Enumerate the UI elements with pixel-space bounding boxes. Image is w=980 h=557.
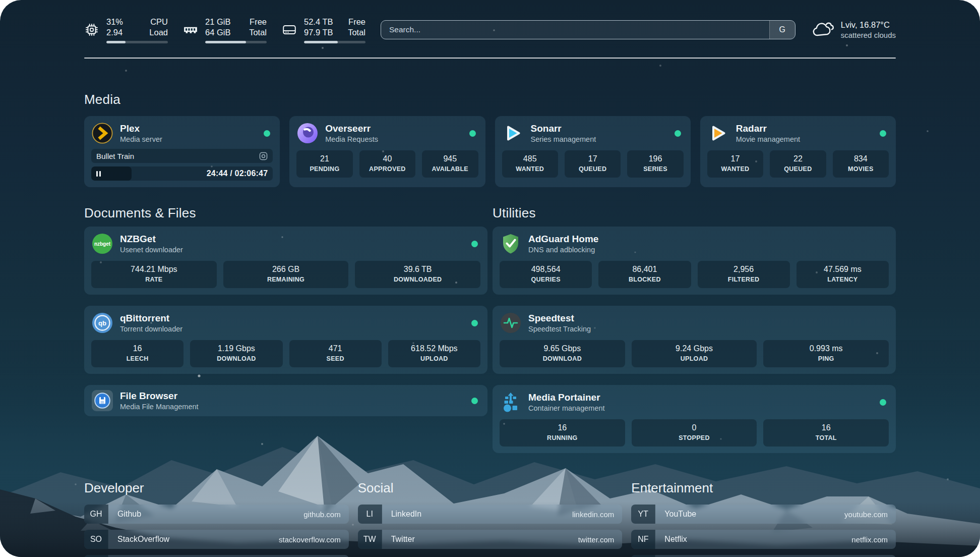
stat-upload: 618.52 MbpsUPLOAD <box>388 340 480 367</box>
adguard-icon <box>500 233 522 255</box>
service-card-header: RadarrMovie management <box>707 122 889 144</box>
metric-disk-readout: 52.4 TBFree97.9 TBTotal <box>304 17 365 43</box>
metric-label: Total <box>249 27 267 38</box>
weather-condition: scattered clouds <box>841 30 896 40</box>
stat-value: 0.993 ms <box>765 344 887 354</box>
service-title: Media Portainer <box>528 392 605 403</box>
bookmark-link-github[interactable]: GHGithubgithub.com <box>84 505 349 524</box>
bookmark-link-youtube[interactable]: YTYouTubeyoutube.com <box>631 505 896 524</box>
documents-card-column: nzbgetNZBGetUsenet downloader744.21 Mbps… <box>84 227 487 416</box>
status-dot-online <box>471 241 478 247</box>
service-card-sonarr[interactable]: SonarrSeries management485WANTED17QUEUED… <box>495 116 691 187</box>
stat-value: 39.6 TB <box>357 264 478 274</box>
bookmark-group-title: Entertainment <box>631 480 896 495</box>
service-card-filebrowser[interactable]: File BrowserMedia File Management <box>84 385 487 416</box>
stat-series: 196SERIES <box>627 150 683 178</box>
dashboard-window: 31%CPU2.94Load21 GiBFree64 GiBTotal52.4 … <box>0 0 980 557</box>
service-subtitle: Media Requests <box>325 135 378 144</box>
stat-row: 498,564QUERIES86,401BLOCKED2,956FILTERED… <box>500 261 889 288</box>
now-playing-row: Bullet Train <box>91 149 273 163</box>
scattered-clouds-icon <box>811 20 834 40</box>
stat-label: LEECH <box>93 355 181 363</box>
svg-text:qb: qb <box>98 319 106 327</box>
search-bar: G <box>381 20 795 39</box>
stat-value: 40 <box>361 154 413 164</box>
metric-disk: 52.4 TBFree97.9 TBTotal <box>282 17 365 43</box>
status-dot-online <box>675 130 681 137</box>
cpu-chip-icon <box>84 23 99 37</box>
bookmark-group-entertainment: EntertainmentYTYouTubeyoutube.comNFNetfl… <box>631 480 896 557</box>
service-card-speedtest[interactable]: SpeedtestSpeedtest Tracking9.65 GbpsDOWN… <box>493 306 896 374</box>
bookmark-link-linkedin[interactable]: LILinkedInlinkedin.com <box>358 505 623 524</box>
service-card-header: nzbgetNZBGetUsenet downloader <box>91 233 480 255</box>
bookmark-link-stackoverflow[interactable]: SOStackOverflowstackoverflow.com <box>84 530 349 549</box>
search-engine-button[interactable]: G <box>769 21 795 39</box>
pause-button[interactable] <box>96 171 101 177</box>
portainer-icon <box>500 391 522 413</box>
metric-label: Total <box>348 27 365 38</box>
bookmark-link-netflix[interactable]: NFNetflixnetflix.com <box>631 530 896 549</box>
metric-value: 2.94 <box>106 27 122 38</box>
bookmark-url: github.com <box>303 505 348 524</box>
stat-label: AVAILABLE <box>424 165 476 173</box>
bookmark-link-twitter[interactable]: TWTwittertwitter.com <box>358 530 623 549</box>
service-subtitle: Media server <box>120 135 162 144</box>
stat-ping: 0.993 msPING <box>763 340 889 367</box>
service-subtitle: DNS and adblocking <box>528 245 598 255</box>
bookmark-name: Twitter <box>382 530 415 549</box>
service-title: Speedtest <box>528 312 591 324</box>
service-card-adguard[interactable]: AdGuard HomeDNS and adblocking498,564QUE… <box>493 227 896 295</box>
stat-value: 21 <box>298 154 350 164</box>
stat-filtered: 2,956FILTERED <box>698 261 790 288</box>
bookmark-url: reddit.com <box>852 555 896 557</box>
weather-text: Lviv, 16.87°C scattered clouds <box>841 20 896 40</box>
service-card-portainer[interactable]: Media PortainerContainer management16RUN… <box>493 385 896 453</box>
stat-label: QUEUED <box>772 165 824 173</box>
bookmark-link-reddit[interactable]: RERedditreddit.com <box>631 555 896 557</box>
system-metrics: 31%CPU2.94Load21 GiBFree64 GiBTotal52.4 … <box>84 17 365 43</box>
bookmark-group-title: Developer <box>84 480 349 495</box>
metric-memory-progress-fill <box>205 41 246 43</box>
stat-available: 945AVAILABLE <box>422 150 478 178</box>
stat-label: WANTED <box>504 165 556 173</box>
metric-value: 21 GiB <box>205 17 230 27</box>
service-card-overseerr[interactable]: OverseerrMedia Requests21PENDING40APPROV… <box>289 116 485 187</box>
section-title-utilities: Utilities <box>493 205 896 220</box>
service-card-header: SonarrSeries management <box>502 122 684 144</box>
search-input[interactable] <box>381 21 769 39</box>
bookmark-abbr: NF <box>631 530 655 549</box>
overseerr-icon <box>296 122 319 144</box>
service-card-radarr[interactable]: RadarrMovie management17WANTED22QUEUED83… <box>700 116 896 187</box>
service-card-qbittorrent[interactable]: qbqBittorrentTorrent downloader16LEECH1.… <box>84 306 487 374</box>
bookmark-name: Github <box>108 505 141 524</box>
service-card-header: Media PortainerContainer management <box>500 391 889 413</box>
bookmark-link-dev[interactable]: DTDEVdev.to <box>84 555 349 557</box>
bookmark-group-developer: DeveloperGHGithubgithub.comSOStackOverfl… <box>84 480 349 557</box>
stat-label: QUEUED <box>567 165 619 173</box>
stat-wanted: 17WANTED <box>707 150 763 178</box>
stat-label: STOPPED <box>634 434 755 442</box>
section-title-documents: Documents & Files <box>84 205 487 220</box>
media-card-grid: PlexMedia serverBullet Train24:44 / 02:0… <box>84 116 896 187</box>
stat-leech: 16LEECH <box>91 340 183 367</box>
service-card-header: OverseerrMedia Requests <box>296 122 478 144</box>
service-title: Overseerr <box>325 123 378 134</box>
service-title: Sonarr <box>531 123 596 134</box>
memory-icon <box>183 23 198 37</box>
service-title: Radarr <box>736 123 800 134</box>
video-icon[interactable] <box>259 152 268 160</box>
metric-cpu-progressbar <box>106 41 168 43</box>
status-dot-online <box>471 398 478 404</box>
playback-progress-fill <box>91 166 132 181</box>
service-card-nzbget[interactable]: nzbgetNZBGetUsenet downloader744.21 Mbps… <box>84 227 487 295</box>
service-card-plex[interactable]: PlexMedia serverBullet Train24:44 / 02:0… <box>84 116 280 187</box>
stat-value: 498,564 <box>502 264 590 274</box>
stat-remaining: 266 GBREMAINING <box>223 261 349 288</box>
metric-disk-progress-fill <box>304 41 338 43</box>
stat-label: BLOCKED <box>600 275 689 284</box>
stat-value: 266 GB <box>225 264 347 274</box>
stat-download: 1.19 GbpsDOWNLOAD <box>190 340 282 367</box>
bookmark-abbr: RE <box>631 555 655 557</box>
bookmark-abbr: LI <box>358 505 382 524</box>
stat-label: RATE <box>93 275 215 284</box>
